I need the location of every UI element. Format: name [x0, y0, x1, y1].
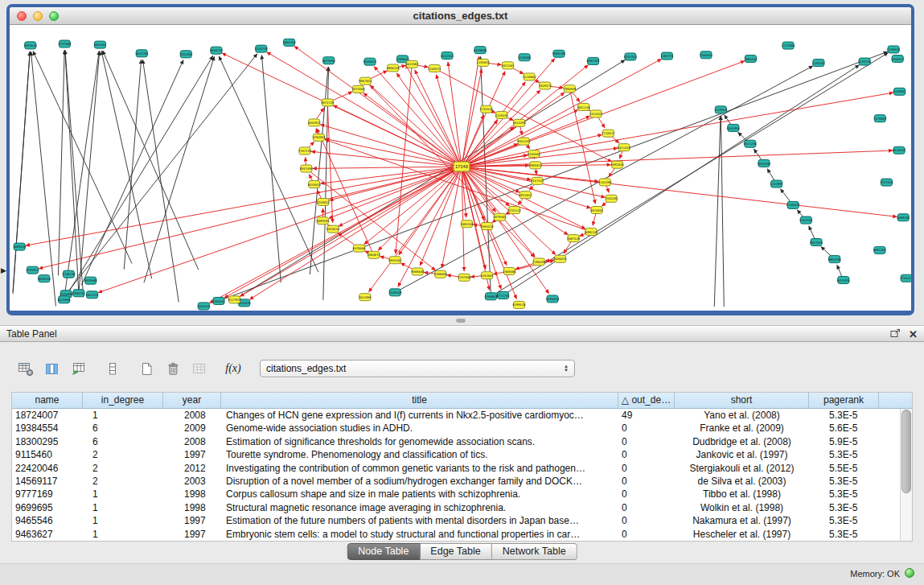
collapse-handle-icon[interactable]: ▶ — [1, 266, 6, 274]
table-row[interactable]: 1872400712008Changes of HCN gene express… — [12, 409, 900, 422]
scrollbar-thumb[interactable] — [901, 410, 911, 493]
table-cell: 5.6E-5 — [809, 422, 879, 435]
table-cell: 0 — [618, 501, 675, 514]
table-cell: 1997 — [163, 514, 221, 527]
table-cell: de Silva et al. (2003) — [675, 475, 809, 488]
table-cell: 1998 — [163, 501, 221, 514]
table-cell: Stergiakouli et al. (2012) — [675, 462, 809, 475]
table-cell: 5.3E-5 — [809, 514, 879, 527]
table-cell: 1997 — [163, 448, 221, 461]
table-cell: 0 — [618, 448, 675, 461]
memory-ok-indicator — [905, 568, 914, 578]
rows-icon[interactable] — [101, 358, 124, 379]
edit-table-icon[interactable] — [68, 358, 90, 379]
table-cell: 18300295 — [12, 435, 83, 448]
network-window[interactable]: citations_edges.txt 49376184737000305436… — [6, 4, 914, 315]
table-cell: 22420046 — [12, 462, 83, 475]
table-cell: 2 — [83, 448, 163, 461]
table-cell: 2008 — [163, 435, 221, 448]
network-table-selector[interactable]: citations_edges.txt ▲▼ — [260, 360, 575, 377]
table-cell: 1 — [83, 488, 163, 501]
close-button[interactable] — [17, 11, 27, 21]
column-header-pagerank[interactable]: pagerank — [809, 393, 879, 409]
table-cell: 0 — [618, 514, 675, 527]
table-scrollbar[interactable] — [900, 409, 912, 541]
table-panel: Table Panel ✕ — [0, 325, 924, 563]
column-header-in_degree[interactable]: in_degree — [83, 393, 163, 409]
network-view[interactable]: 4937618473700030543624614705183380256487… — [10, 25, 911, 311]
table-row[interactable]: 946362711997Embryonic stem cells: a mode… — [12, 528, 900, 541]
app-window: citations_edges.txt 49376184737000305436… — [0, 0, 924, 585]
zoom-button[interactable] — [49, 11, 59, 21]
table-cell: 19384554 — [12, 422, 83, 435]
column-header-title[interactable]: title — [221, 393, 618, 409]
table-cell: Jankovic et al. (1997) — [675, 448, 809, 461]
tab-edge-table[interactable]: Edge Table — [420, 543, 491, 560]
table-row[interactable]: 1456911722003Disruption of a novel membe… — [12, 475, 900, 488]
table-cell: 1997 — [163, 528, 221, 541]
table-cell: Estimation of significance thresholds fo… — [221, 435, 618, 448]
network-canvas[interactable]: 4937618473700030543624614705183380256487… — [10, 25, 911, 311]
delete-icon[interactable] — [162, 358, 184, 379]
table-row[interactable]: 977716911998Corpus callosum shape and si… — [12, 488, 900, 501]
column-header-filler — [879, 393, 912, 409]
table-cell: 5.3E-5 — [809, 501, 879, 514]
table-row[interactable]: 969969511998Structural magnetic resonanc… — [12, 501, 900, 514]
close-panel-icon[interactable]: ✕ — [909, 326, 918, 343]
table-cell: 2003 — [163, 475, 221, 488]
table-cell: 14569117 — [12, 475, 83, 488]
table-cell: Hescheler et al. (1997) — [675, 528, 809, 541]
divider-grip-icon[interactable] — [456, 318, 466, 323]
table-panel-header: Table Panel ✕ — [0, 325, 924, 342]
selected-table-label: citations_edges.txt — [266, 363, 346, 374]
panel-divider[interactable] — [0, 315, 924, 325]
table-cell: Changes of HCN gene expression and I(f) … — [221, 409, 618, 422]
tab-node-table[interactable]: Node Table — [347, 543, 420, 560]
table-row[interactable]: 911546021997Tourette syndrome. Phenomeno… — [12, 448, 900, 461]
table-cell: 5.3E-5 — [809, 528, 879, 541]
table-cell: 9463627 — [12, 528, 83, 541]
table-settings-icon[interactable] — [14, 358, 37, 379]
table-cell: 2 — [83, 475, 163, 488]
table-cell: Yano et al. (2008) — [675, 409, 809, 422]
table-cell: Corpus callosum shape and size in male p… — [221, 488, 618, 501]
table-cell: 5.3E-5 — [809, 448, 879, 461]
table-cell: 2 — [83, 462, 163, 475]
table-row[interactable]: 1830029562008Estimation of significance … — [12, 435, 900, 448]
table-cell: Nakamura et al. (1997) — [675, 514, 809, 527]
table-cell: Investigating the contribution of common… — [221, 462, 618, 475]
table-cell: 2008 — [163, 409, 221, 422]
table-body: 1872400712008Changes of HCN gene express… — [12, 409, 900, 541]
table-cell: 5.3E-5 — [809, 475, 879, 488]
table-cell: 0 — [618, 462, 675, 475]
node-table: namein_degreeyeartitle△ out_de…shortpage… — [11, 392, 913, 542]
minimize-button[interactable] — [33, 11, 43, 21]
show-columns-icon[interactable] — [41, 358, 64, 379]
tab-network-table[interactable]: Network Table — [492, 543, 577, 560]
new-document-icon[interactable] — [135, 358, 158, 379]
table-row[interactable]: 946554611997Estimation of the future num… — [12, 514, 900, 527]
import-table-icon — [188, 358, 211, 379]
table-cell: 1 — [83, 528, 163, 541]
table-cell: Tibbo et al. (1998) — [675, 488, 809, 501]
table-cell: 1 — [83, 501, 163, 514]
table-panel-title: Table Panel — [6, 328, 57, 340]
table-cell: Genome-wide association studies in ADHD. — [221, 422, 618, 435]
table-cell: Structural magnetic resonance image aver… — [221, 501, 618, 514]
network-window-titlebar[interactable]: citations_edges.txt — [10, 7, 911, 25]
table-row[interactable]: 1938455462009Genome-wide association stu… — [12, 422, 900, 435]
table-row[interactable]: 2242004622012Investigating the contribut… — [12, 462, 900, 475]
network-window-title: citations_edges.txt — [10, 7, 911, 25]
table-header-row: namein_degreeyeartitle△ out_de…shortpage… — [12, 393, 912, 409]
column-header-year[interactable]: year — [163, 393, 221, 409]
float-panel-icon[interactable] — [890, 327, 901, 343]
function-builder-icon[interactable]: f(x) — [222, 358, 244, 379]
table-cell: 5.9E-5 — [809, 435, 879, 448]
column-header-name[interactable]: name — [12, 393, 83, 409]
column-header-short[interactable]: short — [675, 393, 809, 409]
table-cell: Disruption of a novel member of a sodium… — [221, 475, 618, 488]
table-cell: 0 — [618, 435, 675, 448]
table-cell: 1 — [83, 409, 163, 422]
column-header-out_degree[interactable]: △ out_de… — [618, 393, 675, 409]
table-cell: 9465546 — [12, 514, 83, 527]
